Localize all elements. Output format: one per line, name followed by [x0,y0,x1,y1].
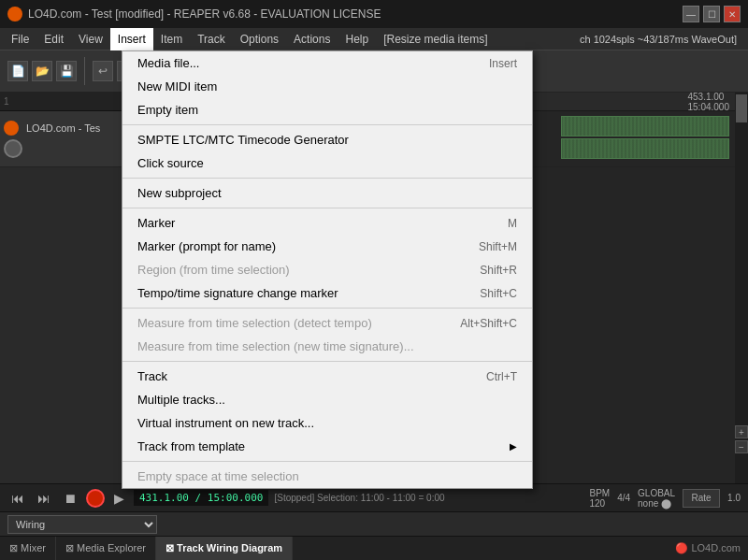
track-phase-button[interactable] [4,139,22,158]
timesig-display: 4/4 [617,493,630,503]
dropdown-separator-15 [122,461,532,462]
dropdown-item-label-10: Measure from time selection (detect temp… [137,316,372,330]
maximize-button[interactable]: ☐ [703,6,720,22]
window-controls[interactable]: — ☐ ✕ [683,6,741,22]
dropdown-item-label-2: Empty item [137,103,198,117]
menu-options[interactable]: Options [233,28,286,50]
bpm-area: BPM120 4/4 GLOBALnone ⬤ Rate 1.0 [589,488,741,509]
dropdown-item-2[interactable]: Empty item [122,98,532,122]
menu-bar: File Edit View Insert Item Track Options… [0,28,748,50]
dropdown-item-5[interactable]: New subproject [122,181,532,205]
dropdown-item-arrow-15: ▶ [510,441,517,452]
rate-knob[interactable]: Rate [683,489,720,508]
scroll-plus-button[interactable]: + [735,425,748,438]
dropdown-item-label-6: Marker [137,216,175,230]
dropdown-item-label-0: Media file... [137,56,199,70]
dropdown-item-label-1: New MIDI item [137,79,217,93]
dropdown-item-label-5: New subproject [137,186,222,200]
dropdown-item-label-9: Tempo/time signature change marker [137,286,338,300]
dropdown-separator-4 [122,178,532,179]
dropdown-item-label-8: Region (from time selection) [137,263,290,277]
toolbar-open-button[interactable]: 📂 [32,61,52,81]
dropdown-item-11: Measure from time selection (new time si… [122,335,532,358]
menu-edit[interactable]: Edit [36,28,71,50]
dropdown-separator-9 [122,308,532,309]
dropdown-item-1[interactable]: New MIDI item [122,75,532,98]
menu-view[interactable]: View [71,28,110,50]
track-name: LO4D.com - Tes [26,122,100,134]
title-bar: LO4D.com - Test [modified] - REAPER v6.6… [0,0,748,28]
waveform-clip-2[interactable] [561,138,729,159]
title-bar-text: LO4D.com - Test [modified] - REAPER v6.6… [28,7,381,21]
close-button[interactable]: ✕ [724,6,741,22]
dropdown-item-label-7: Marker (prompt for name) [137,239,276,253]
transport-time-display: 431.1.00 / 15:00.000 [134,490,268,506]
dropdown-item-6[interactable]: MarkerM [122,211,532,235]
menu-actions[interactable]: Actions [286,28,338,50]
dropdown-item-15[interactable]: Track from template▶ [122,435,532,458]
dropdown-item-12[interactable]: TrackCtrl+T [122,365,532,388]
play-button[interactable]: ▶ [110,489,128,508]
tab-media-explorer[interactable]: ⊠ Media Explorer [56,537,156,561]
dropdown-separator-2 [122,124,532,125]
dropdown-item-shortcut-6: M [508,217,517,230]
dropdown-item-4[interactable]: Click source [122,151,532,175]
bottom-tabs: ⊠ Mixer ⊠ Media Explorer ⊠ Track Wiring … [0,536,748,560]
transport-status-text: [Stopped] Selection: 11:00 - 11:00 = 0:0… [274,493,444,503]
dropdown-item-9[interactable]: Tempo/time signature change markerShift+… [122,281,532,305]
waveform-clip-1[interactable] [561,116,729,136]
dropdown-item-label-4: Click source [137,156,204,170]
menu-file[interactable]: File [4,28,36,50]
waveform-clips [561,116,729,163]
toolbar-new-button[interactable]: 📄 [7,61,28,81]
scroll-buttons: + − [735,425,748,453]
toolbar-save-button[interactable]: 💾 [56,61,77,81]
dropdown-item-label-13: Multiple tracks... [137,393,225,407]
menu-help[interactable]: Help [338,28,376,50]
dropdown-item-10: Measure from time selection (detect temp… [122,311,532,335]
dropdown-item-shortcut-12: Ctrl+T [486,370,517,383]
bpm-label: BPM120 [589,488,610,509]
dropdown-item-label-15: Track from template [137,439,245,453]
dropdown-item-label-16: Empty space at time selection [137,469,299,483]
insert-dropdown-menu: Media file...InsertNew MIDI itemEmpty it… [122,50,533,489]
track-record-icon[interactable] [4,121,19,136]
dropdown-item-label-14: Virtual instrument on new track... [137,416,314,430]
scroll-minus-button[interactable]: − [735,440,748,453]
prev-button[interactable]: ⏭ [34,489,54,508]
dropdown-item-shortcut-0: Insert [489,57,517,70]
dropdown-separator-11 [122,361,532,362]
tab-mixer[interactable]: ⊠ Mixer [0,537,56,561]
time-position: 453.1.00 15:04.000 [688,93,730,112]
audio-status: ch 1024spls ~43/187ms WaveOut] [580,34,744,45]
wiring-select-bar: Wiring [0,511,748,536]
dropdown-item-label-12: Track [137,369,167,383]
global-label: GLOBALnone ⬤ [638,488,675,509]
toolbar-separator [84,57,85,85]
dropdown-item-16: Empty space at time selection [122,465,532,488]
menu-item[interactable]: Item [153,28,190,50]
dropdown-item-0[interactable]: Media file...Insert [122,51,532,75]
dropdown-item-shortcut-10: Alt+Shift+C [460,317,517,330]
dropdown-item-14[interactable]: Virtual instrument on new track... [122,411,532,435]
dropdown-item-label-11: Measure from time selection (new time si… [137,339,414,353]
minimize-button[interactable]: — [683,6,699,22]
dropdown-item-8: Region (from time selection)Shift+R [122,258,532,281]
scrollbar-thumb[interactable] [736,94,747,122]
wiring-dropdown[interactable]: Wiring [7,515,157,534]
menu-track[interactable]: Track [190,28,233,50]
toolbar-undo-button[interactable]: ↩ [93,61,113,81]
dropdown-item-3[interactable]: SMPTE LTC/MTC Timecode Generator [122,128,532,151]
dropdown-item-13[interactable]: Multiple tracks... [122,388,532,411]
record-button[interactable] [86,489,105,508]
title-bar-left: LO4D.com - Test [modified] - REAPER v6.6… [7,7,381,22]
dropdown-item-7[interactable]: Marker (prompt for name)Shift+M [122,235,532,258]
stop-button[interactable]: ⏹ [60,489,80,508]
vertical-scrollbar[interactable]: + − [735,93,748,483]
tab-track-wiring[interactable]: ⊠ Track Wiring Diagram [156,537,293,561]
menu-insert[interactable]: Insert [110,28,153,50]
rate-value: 1.0 [727,493,741,503]
dropdown-separator-5 [122,208,532,208]
go-start-button[interactable]: ⏮ [7,489,28,508]
menu-resize[interactable]: [Resize media items] [376,28,495,50]
